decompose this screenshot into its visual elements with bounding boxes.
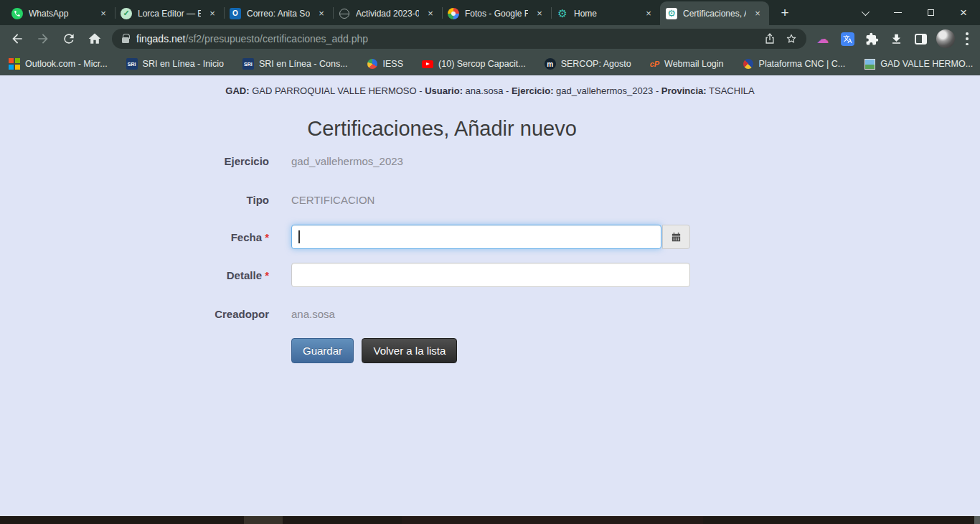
detalle-input[interactable]: [291, 263, 690, 287]
bookmark-sri-consultas[interactable]: SRI SRI en Línea - Cons...: [242, 58, 348, 70]
usuario-label: Usuario:: [425, 85, 463, 96]
cpanel-icon: cP: [650, 60, 659, 68]
bookmark-webmail[interactable]: cP Webmail Login: [650, 59, 724, 69]
lock-icon: [122, 37, 129, 43]
home-icon: [88, 32, 102, 46]
minimize-button[interactable]: [881, 0, 914, 25]
bookmark-outlook[interactable]: Outlook.com - Micr...: [9, 58, 108, 70]
bookmark-sri-inicio[interactable]: SRI SRI en Línea - Inicio: [126, 58, 224, 70]
extensions-button[interactable]: [861, 28, 882, 50]
outlook-icon: O: [230, 8, 241, 19]
address-bar[interactable]: fingads.net/sf2/presupuesto/certificacio…: [112, 29, 806, 49]
tab-correo[interactable]: O Correo: Anita Sos ×: [224, 1, 333, 25]
fecha-input[interactable]: [291, 225, 661, 249]
browser-menu-button[interactable]: [966, 32, 969, 45]
back-to-list-button[interactable]: Volver a la lista: [362, 338, 457, 363]
star-icon: [785, 32, 798, 45]
browser-toolbar: fingads.net/sf2/presupuesto/certificacio…: [0, 25, 980, 52]
translate-button[interactable]: [837, 28, 858, 50]
fingads-gear-icon: ⚙: [557, 8, 568, 19]
site-header: GAD: GAD PARROQUIAL VALLE HERMOSO - Usua…: [0, 75, 980, 96]
tab-close-icon[interactable]: ×: [752, 8, 763, 19]
tab-title: Certificaciones, A: [683, 9, 746, 19]
tab-search-button[interactable]: [848, 0, 881, 25]
calendar-icon: [671, 232, 682, 243]
gad-value: GAD PARROQUIAL VALLE HERMOSO: [252, 85, 416, 96]
restore-button[interactable]: [914, 0, 947, 25]
tab-close-icon[interactable]: ×: [425, 8, 436, 19]
ejercicio-value: gad_vallehermos_2023: [556, 85, 653, 96]
tab-title: Fotos - Google F: [465, 9, 528, 19]
back-icon: [10, 32, 24, 46]
tab-strip: WhatsApp × ✓ Lorca Editor — El × O Corre…: [0, 0, 980, 25]
whatsapp-icon: [11, 8, 23, 19]
tab-home[interactable]: ⚙ Home ×: [551, 1, 660, 25]
page-title: Certificaciones, Añadir nuevo: [0, 117, 884, 141]
download-icon: [890, 32, 903, 46]
tab-close-icon[interactable]: ×: [98, 8, 109, 19]
bookmark-sercop-agosto[interactable]: m SERCOP: Agosto: [545, 58, 631, 70]
save-button[interactable]: Guardar: [291, 338, 354, 363]
tab-whatsapp[interactable]: WhatsApp ×: [6, 1, 115, 25]
page-content: GAD: GAD PARROQUIAL VALLE HERMOSO - Usua…: [0, 75, 980, 516]
bookmark-gad-valle-hermoso[interactable]: GAD VALLE HERMO...: [864, 58, 973, 70]
sri-icon: SRI: [242, 58, 254, 70]
window-close-button[interactable]: ×: [947, 0, 980, 25]
tab-fotos[interactable]: Fotos - Google F ×: [442, 1, 551, 25]
tab-close-icon[interactable]: ×: [316, 8, 327, 19]
sri-icon: SRI: [126, 58, 138, 70]
bookmark-label: Outlook.com - Micr...: [25, 59, 108, 69]
tab-title: Lorca Editor — El: [138, 9, 201, 19]
ejercicio-field-label: Ejercicio: [208, 155, 269, 168]
tab-lorca-editor[interactable]: ✓ Lorca Editor — El ×: [115, 1, 224, 25]
bookmark-star-button[interactable]: [781, 29, 802, 48]
forward-button[interactable]: [32, 27, 55, 50]
window-controls: ×: [848, 0, 980, 25]
tab-close-icon[interactable]: ×: [643, 8, 654, 19]
tab-certificaciones-active[interactable]: ⚙ Certificaciones, A ×: [660, 1, 769, 25]
creadopor-field-label: Creadopor: [208, 308, 269, 321]
reload-icon: [62, 32, 76, 46]
side-panel-icon: [915, 34, 927, 45]
bookmark-sercop-youtube[interactable]: (10) Sercop Capacit...: [422, 58, 526, 70]
share-icon: [763, 32, 776, 45]
reload-button[interactable]: [57, 27, 80, 50]
text-caret: [298, 230, 300, 243]
tab-title: Home: [574, 9, 637, 19]
new-tab-button[interactable]: +: [775, 3, 795, 23]
iess-icon: [367, 59, 377, 69]
form-row-creadopor: Creadopor ana.sosa: [208, 308, 690, 321]
downloads-button[interactable]: [885, 28, 907, 50]
ejercicio-field-value: gad_vallehermos_2023: [291, 155, 403, 167]
globe-icon: [339, 9, 349, 19]
translate-icon: [841, 32, 854, 46]
gad-landscape-icon: [864, 59, 875, 70]
back-button[interactable]: [6, 27, 29, 50]
form-row-fecha: Fecha *: [208, 225, 690, 249]
side-panel-button[interactable]: [910, 28, 931, 50]
extension-cloud-button[interactable]: ☁: [812, 28, 834, 50]
tab-title: WhatsApp: [29, 9, 92, 19]
home-button[interactable]: [83, 27, 106, 50]
bookmark-label: SRI en Línea - Cons...: [259, 59, 348, 69]
bookmarks-bar: Outlook.com - Micr... SRI SRI en Línea -…: [0, 52, 980, 75]
bookmark-plataforma-cnc[interactable]: Plataforma CNC | C...: [743, 58, 846, 70]
tipo-field-label: Tipo: [208, 194, 269, 207]
tab-close-icon[interactable]: ×: [534, 8, 545, 19]
form-row-ejercicio: Ejercicio gad_vallehermos_2023: [208, 155, 690, 168]
bookmark-label: SRI en Línea - Inicio: [143, 59, 224, 69]
forward-icon: [36, 32, 50, 46]
tab-actividad[interactable]: Actividad 2023-0 ×: [333, 1, 442, 25]
calendar-picker-button[interactable]: [662, 225, 690, 249]
ejercicio-label: Ejercicio:: [512, 85, 554, 96]
restore-icon: [928, 9, 934, 16]
share-button[interactable]: [759, 29, 781, 48]
cloud-icon: ☁: [817, 33, 829, 45]
tab-close-icon[interactable]: ×: [207, 8, 218, 19]
form-row-detalle: Detalle *: [208, 263, 690, 287]
bookmark-iess[interactable]: IESS: [367, 58, 404, 70]
detalle-field-label: Detalle *: [208, 269, 269, 281]
cnc-icon: [743, 59, 753, 69]
bookmark-label: Plataforma CNC | C...: [759, 59, 846, 69]
profile-avatar[interactable]: [936, 29, 955, 48]
